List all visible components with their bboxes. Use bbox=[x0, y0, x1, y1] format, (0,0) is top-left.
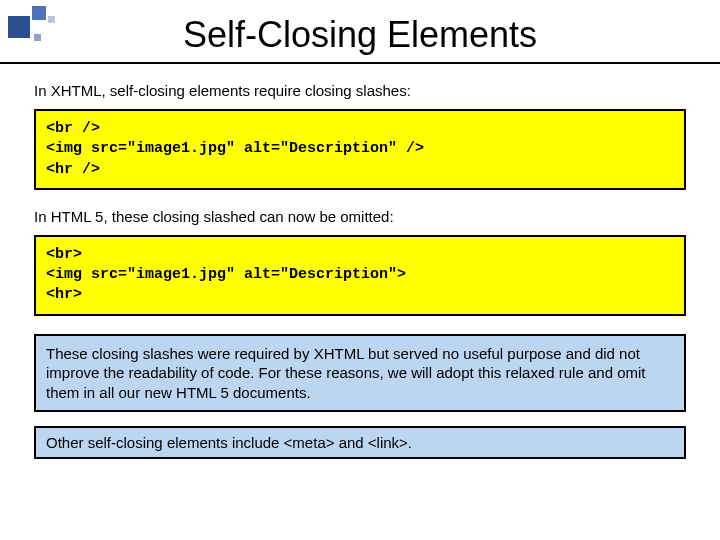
title-underline bbox=[0, 62, 720, 64]
note-rationale: These closing slashes were required by X… bbox=[34, 334, 686, 413]
note-other-elements: Other self-closing elements include <met… bbox=[34, 426, 686, 459]
code-block-html5: <br> <img src="image1.jpg" alt="Descript… bbox=[34, 235, 686, 316]
intro-xhtml: In XHTML, self-closing elements require … bbox=[34, 82, 686, 99]
slide-content: In XHTML, self-closing elements require … bbox=[0, 82, 720, 459]
page-title: Self-Closing Elements bbox=[0, 0, 720, 62]
logo-squares bbox=[8, 6, 68, 62]
code-block-xhtml: <br /> <img src="image1.jpg" alt="Descri… bbox=[34, 109, 686, 190]
intro-html5: In HTML 5, these closing slashed can now… bbox=[34, 208, 686, 225]
